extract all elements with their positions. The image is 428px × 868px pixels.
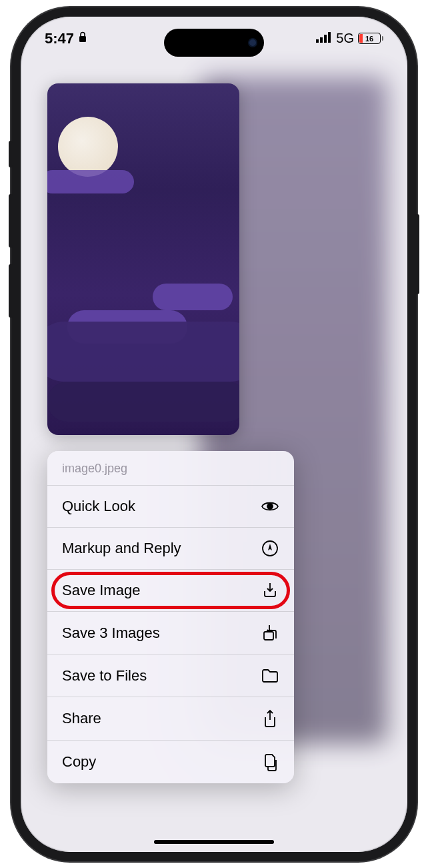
menu-item-label: Save Image	[62, 582, 140, 599]
network-label: 5G	[336, 31, 354, 46]
copy-icon	[261, 753, 279, 771]
menu-item-save-image[interactable]: Save Image	[47, 569, 294, 611]
svg-rect-2	[320, 37, 323, 43]
dynamic-island	[164, 29, 264, 57]
menu-item-label: Share	[62, 710, 101, 727]
home-indicator[interactable]	[154, 840, 274, 844]
menu-item-label: Copy	[62, 753, 96, 771]
power-button	[415, 214, 419, 294]
svg-rect-3	[324, 35, 327, 43]
svg-point-5	[267, 504, 273, 509]
lock-icon	[78, 30, 87, 47]
menu-item-copy[interactable]: Copy	[47, 740, 294, 783]
context-menu: image0.jpeg Quick Look Markup and Reply …	[47, 451, 294, 783]
svg-rect-1	[316, 39, 319, 43]
volume-down-button	[9, 264, 13, 318]
menu-item-share[interactable]: Share	[47, 697, 294, 740]
menu-filename: image0.jpeg	[47, 451, 294, 485]
markup-icon	[261, 540, 279, 557]
eye-icon	[261, 500, 279, 513]
menu-item-label: Save to Files	[62, 667, 147, 685]
menu-item-label: Markup and Reply	[62, 540, 181, 557]
silent-switch	[9, 141, 13, 167]
front-camera-icon	[248, 38, 257, 47]
status-time: 5:47	[45, 30, 74, 47]
phone-frame: 5:47 5G 16	[11, 7, 417, 861]
image-preview[interactable]	[47, 83, 239, 435]
moon-illustration	[58, 117, 118, 177]
signal-icon	[316, 31, 332, 46]
download-multi-icon	[261, 624, 279, 642]
menu-item-quick-look[interactable]: Quick Look	[47, 485, 294, 527]
svg-rect-7	[264, 632, 273, 640]
volume-up-button	[9, 194, 13, 248]
battery-level: 16	[365, 35, 373, 43]
svg-rect-4	[328, 32, 331, 43]
battery-icon: 16	[358, 33, 383, 44]
menu-item-label: Quick Look	[62, 498, 135, 515]
menu-item-save-3-images[interactable]: Save 3 Images	[47, 611, 294, 655]
menu-item-save-to-files[interactable]: Save to Files	[47, 655, 294, 697]
menu-item-label: Save 3 Images	[62, 624, 160, 642]
menu-item-markup-reply[interactable]: Markup and Reply	[47, 527, 294, 569]
screen: 5:47 5G 16	[21, 17, 407, 852]
svg-rect-0	[79, 36, 86, 42]
share-icon	[261, 709, 279, 728]
folder-icon	[261, 669, 279, 683]
download-icon	[261, 582, 279, 599]
